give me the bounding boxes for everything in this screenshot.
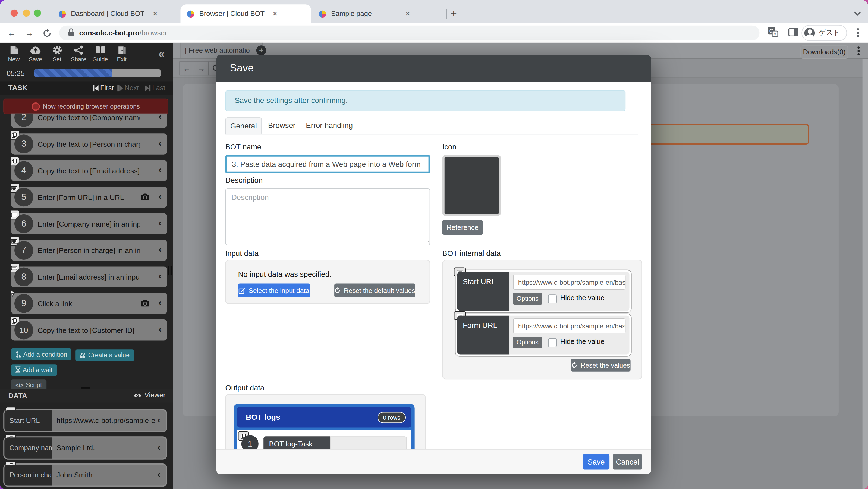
address-bar[interactable]: console.c-bot.pro /browser — [59, 26, 760, 40]
add-wait-button[interactable]: Add a wait — [11, 364, 57, 376]
bot-logs-header[interactable]: BOT logs 0 rows — [237, 407, 411, 427]
data-drag-handle[interactable] — [81, 387, 90, 389]
chrome-menu-kebab-icon[interactable] — [857, 28, 859, 30]
task-item[interactable]: 9 Click a link ‹ — [11, 293, 167, 314]
viewer-button[interactable]: Viewer — [133, 392, 165, 399]
task-item[interactable]: 2 Copy the text to [Company name] ‹ — [11, 114, 167, 128]
task-nav-first[interactable]: First — [93, 84, 114, 92]
skip-first-icon — [93, 85, 98, 91]
profile-chip[interactable]: ゲスト — [802, 25, 847, 41]
tab-sample-page[interactable]: Sample page ✕ — [313, 4, 442, 23]
mac-zoom-button[interactable] — [34, 9, 41, 17]
description-textarea[interactable] — [225, 188, 430, 245]
back-button[interactable]: ← — [5, 27, 18, 40]
task-item[interactable]: 7 Enter [Person in charge] in an input b… — [11, 240, 167, 261]
save-button[interactable]: Save — [583, 454, 610, 469]
select-input-data-button[interactable]: Select the input data — [238, 284, 310, 298]
bot-logs-card: BOT logs 0 rows 1 BOT log-Task — [234, 404, 415, 450]
tab-title: Browser | Cloud BOT — [199, 10, 265, 18]
forward-button[interactable]: → — [23, 27, 36, 40]
reset-default-values-button[interactable]: Reset the default values — [334, 284, 415, 298]
expand-chevron-icon[interactable]: ‹ — [157, 442, 161, 453]
bot-name-input[interactable] — [225, 155, 430, 173]
expand-chevron-icon[interactable]: ‹ — [159, 164, 162, 176]
expand-chevron-icon[interactable]: ‹ — [157, 415, 161, 426]
tab-browser-active[interactable]: Browser | Cloud BOT ✕ — [180, 4, 311, 23]
reset-values-button[interactable]: Reset the values — [570, 359, 630, 372]
task-item[interactable]: 5 Enter [Form URL] in a URL ‹ — [11, 187, 167, 208]
start-url-input[interactable]: https://www.c-bot.pro/sample-en/basic/b — [513, 275, 625, 289]
tab-dashboard[interactable]: Dashboard | Cloud BOT ✕ — [53, 4, 179, 23]
profile-name: ゲスト — [819, 28, 840, 38]
input-data-label: Input data — [225, 249, 258, 257]
save-modal: Save Save the settings after confirming.… — [216, 55, 651, 474]
inner-menu-kebab-icon[interactable] — [858, 47, 860, 49]
hide-value-checkbox[interactable] — [548, 295, 557, 303]
options-button[interactable]: Options — [513, 293, 542, 305]
exit-button[interactable]: Exit — [111, 45, 132, 62]
expand-chevron-icon[interactable]: ‹ — [159, 244, 162, 255]
cancel-button[interactable]: Cancel — [613, 454, 642, 469]
cloudbot-favicon — [319, 10, 326, 18]
expand-chevron-icon[interactable]: ‹ — [159, 114, 162, 123]
inner-scrollbar[interactable] — [863, 59, 868, 489]
task-item[interactable]: 4 Copy the text to [Email address] ‹ — [11, 160, 167, 181]
task-nav-last[interactable]: Last — [145, 84, 165, 92]
data-row-person-in-charge[interactable]: Person in charge John Smith ‹ — [3, 463, 167, 487]
expand-chevron-icon[interactable]: ‹ — [159, 191, 162, 202]
set-button[interactable]: Set — [46, 45, 67, 62]
guide-button[interactable]: Guide — [90, 45, 111, 62]
expand-chevron-icon[interactable]: ‹ — [159, 218, 162, 229]
task-item[interactable]: 10 Copy the text to [Customer ID] ‹ — [11, 319, 167, 340]
task-item[interactable]: 3 Copy the text to [Person in charge] ‹ — [11, 133, 167, 154]
save-button[interactable]: Save — [25, 45, 46, 62]
expand-chevron-icon[interactable]: ‹ — [159, 298, 162, 309]
expand-chevron-icon[interactable]: ‹ — [157, 469, 161, 480]
log-item[interactable]: 1 BOT log-Task — [242, 435, 407, 450]
inner-add-tab-icon[interactable]: + — [256, 45, 267, 55]
share-button[interactable]: Share — [68, 45, 89, 62]
new-tab-button[interactable]: + — [451, 8, 457, 19]
translate-icon[interactable]: Gẋ — [767, 26, 778, 39]
sidebar-resize-handle[interactable] — [168, 266, 169, 275]
mac-minimize-button[interactable] — [23, 9, 30, 17]
inner-back-button[interactable]: ← — [179, 61, 194, 75]
mac-close-button[interactable] — [10, 9, 18, 17]
side-panel-icon[interactable] — [788, 28, 798, 39]
inner-forward-button[interactable]: → — [194, 61, 209, 75]
modal-tab-general[interactable]: General — [225, 117, 262, 134]
form-url-input[interactable]: https://www.c-bot.pro/sample-en/basic/b — [513, 318, 625, 333]
task-header: TASK First Next Last — [0, 82, 173, 95]
data-row-company-name[interactable]: Company name Sample Ltd. ‹ — [3, 436, 167, 460]
options-button[interactable]: Options — [513, 337, 542, 348]
create-value-button[interactable]: Create a value — [75, 349, 134, 361]
tab-close-icon[interactable]: ✕ — [152, 10, 158, 18]
window-chevron-down-icon[interactable] — [854, 9, 862, 19]
modal-title: Save — [230, 62, 254, 74]
sidebar-collapse-icon[interactable]: « — [158, 47, 165, 60]
reference-button[interactable]: Reference — [442, 220, 483, 235]
icon-label: Icon — [442, 143, 457, 151]
bot-logs-body: 1 BOT log-Task — [237, 430, 411, 450]
new-button[interactable]: New — [3, 45, 24, 62]
expand-chevron-icon[interactable]: ‹ — [159, 271, 162, 282]
textarea-resize-handle[interactable] — [424, 239, 428, 243]
task-item[interactable]: 6 Enter [Company name] in an input box ‹ — [11, 213, 167, 234]
recording-banner: Now recording browser operations — [3, 99, 168, 114]
add-condition-button[interactable]: Add a condition — [11, 348, 72, 360]
hide-value-checkbox[interactable] — [548, 338, 557, 347]
script-button[interactable]: </> Script — [11, 379, 46, 391]
share-nodes-icon — [74, 45, 83, 55]
modal-tab-browser[interactable]: Browser — [264, 117, 299, 134]
modal-tab-error-handling[interactable]: Error handling — [302, 117, 357, 134]
expand-chevron-icon[interactable]: ‹ — [159, 138, 162, 149]
task-nav-next[interactable]: Next — [117, 84, 139, 92]
lock-icon — [68, 28, 74, 38]
tab-close-icon[interactable]: ✕ — [405, 10, 411, 18]
downloads-button[interactable]: Downloads(0) — [800, 45, 848, 59]
reload-button[interactable] — [40, 27, 54, 41]
data-row-start-url[interactable]: Start URL https://www.c-bot.pro/sample-e… — [3, 409, 167, 432]
tab-close-icon[interactable]: ✕ — [272, 10, 278, 18]
task-item[interactable]: 8 Enter [Email address] in an input box … — [11, 266, 167, 287]
expand-chevron-icon[interactable]: ‹ — [159, 324, 162, 335]
